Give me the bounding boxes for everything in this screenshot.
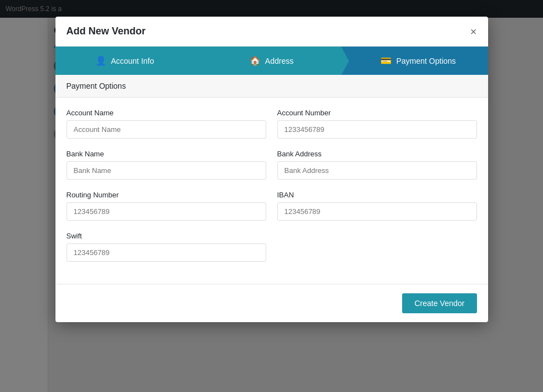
step-payment-options[interactable]: 💳 Payment Options — [341, 47, 488, 75]
swift-input[interactable] — [67, 243, 266, 262]
bank-name-label: Bank Name — [67, 150, 266, 158]
account-name-group: Account Name — [67, 109, 266, 139]
bank-name-group: Bank Name — [67, 150, 266, 180]
modal-backdrop: Add New Vendor × 👤 Account Info 🏠 Addres… — [0, 0, 543, 392]
account-name-input[interactable] — [67, 120, 266, 139]
form-row-2: Bank Name Bank Address — [67, 150, 477, 180]
steps-navigation: 👤 Account Info 🏠 Address 💳 Payment Optio… — [55, 47, 488, 75]
step-address-label: Address — [265, 57, 293, 65]
routing-number-group: Routing Number — [67, 191, 266, 221]
step-payment-options-label: Payment Options — [396, 57, 455, 65]
account-name-label: Account Name — [67, 109, 266, 117]
modal-body: Payment Options Account Name Account Num… — [55, 75, 488, 284]
payment-options-icon: 💳 — [380, 55, 392, 66]
step-account-info[interactable]: 👤 Account Info — [55, 47, 195, 75]
account-number-label: Account Number — [277, 109, 477, 117]
form-row-1: Account Name Account Number — [67, 109, 477, 139]
account-info-icon: 👤 — [95, 55, 106, 66]
bank-address-group: Bank Address — [277, 150, 477, 180]
bank-address-input[interactable] — [277, 161, 477, 180]
create-vendor-button[interactable]: Create Vendor — [402, 293, 476, 313]
section-header: Payment Options — [55, 75, 488, 98]
form-row-3: Routing Number IBAN — [67, 191, 477, 221]
modal-title: Add New Vendor — [67, 26, 146, 37]
modal-close-button[interactable]: × — [470, 26, 477, 37]
bank-name-input[interactable] — [67, 161, 266, 180]
form-row-4: Swift — [67, 232, 477, 262]
iban-label: IBAN — [277, 191, 477, 199]
address-icon: 🏠 — [250, 55, 261, 66]
bank-address-label: Bank Address — [277, 150, 477, 158]
routing-number-label: Routing Number — [67, 191, 266, 199]
iban-group: IBAN — [277, 191, 477, 221]
step-account-info-label: Account Info — [111, 57, 154, 65]
section-title: Payment Options — [67, 82, 126, 90]
step-address[interactable]: 🏠 Address — [194, 47, 341, 75]
modal-footer: Create Vendor — [55, 284, 488, 322]
add-vendor-modal: Add New Vendor × 👤 Account Info 🏠 Addres… — [55, 17, 488, 322]
payment-form: Account Name Account Number Bank Name — [55, 98, 488, 284]
iban-input[interactable] — [277, 202, 477, 221]
swift-group: Swift — [67, 232, 266, 262]
account-number-input[interactable] — [277, 120, 477, 139]
account-number-group: Account Number — [277, 109, 477, 139]
swift-label: Swift — [67, 232, 266, 240]
modal-header: Add New Vendor × — [55, 17, 488, 47]
routing-number-input[interactable] — [67, 202, 266, 221]
